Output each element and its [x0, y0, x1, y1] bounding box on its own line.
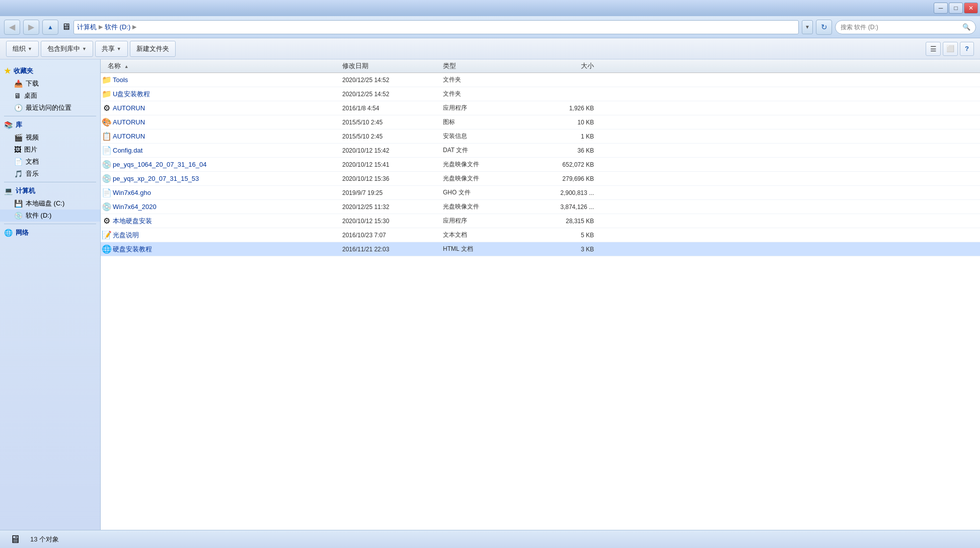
- forward-button[interactable]: ▶: [23, 20, 39, 35]
- column-date[interactable]: 修改日期: [342, 61, 443, 71]
- sidebar-item-music[interactable]: 🎵 音乐: [0, 168, 100, 180]
- sidebar-header-library[interactable]: 📚 库: [0, 118, 100, 131]
- breadcrumb-computer[interactable]: 计算机: [77, 23, 97, 32]
- table-row[interactable]: 💿 pe_yqs_xp_20_07_31_15_53 2020/10/12 15…: [101, 172, 980, 186]
- search-input[interactable]: [841, 24, 959, 31]
- organize-button[interactable]: 组织 ▼: [6, 41, 39, 57]
- computer-nav-icon: 🖥: [61, 22, 70, 32]
- sidebar-item-drive-d-label: 软件 (D:): [26, 211, 51, 220]
- file-name-10: 本地硬盘安装: [113, 217, 342, 226]
- view-details-button[interactable]: ⬜: [943, 42, 958, 56]
- sidebar-header-network[interactable]: 🌐 网络: [0, 226, 100, 239]
- sidebar-item-drive-c[interactable]: 💾 本地磁盘 (C:): [0, 197, 100, 210]
- table-row[interactable]: 💿 Win7x64_2020 2020/12/25 11:32 光盘映像文件 3…: [101, 200, 980, 214]
- file-name-1: U盘安装教程: [113, 90, 342, 99]
- view-toggle-button[interactable]: ☰: [926, 42, 941, 56]
- table-row[interactable]: 💿 pe_yqs_1064_20_07_31_16_04 2020/10/12 …: [101, 158, 980, 172]
- column-name[interactable]: 名称 ▲: [101, 61, 342, 71]
- maximize-button[interactable]: □: [949, 3, 963, 14]
- title-bar: ─ □ ✕: [0, 0, 980, 16]
- table-row[interactable]: 📄 Config.dat 2020/10/12 15:42 DAT 文件 36 …: [101, 144, 980, 158]
- sidebar-section-favorites: ★ 收藏夹 📥 下载 🖥 桌面 🕐 最近访问的位置: [0, 64, 100, 114]
- sidebar-item-desktop[interactable]: 🖥 桌面: [0, 90, 100, 102]
- search-icon[interactable]: 🔍: [962, 23, 970, 31]
- sidebar-divider-2: [4, 182, 96, 182]
- sidebar-item-docs[interactable]: 📄 文档: [0, 156, 100, 168]
- file-size-12: 3 KB: [534, 246, 604, 253]
- back-button[interactable]: ◀: [4, 20, 20, 35]
- file-type-8: GHO 文件: [443, 188, 534, 197]
- file-type-6: 光盘映像文件: [443, 160, 534, 169]
- organize-dropdown-arrow: ▼: [28, 46, 32, 51]
- file-type-0: 文件夹: [443, 76, 534, 84]
- file-date-11: 2016/10/23 7:07: [342, 232, 443, 239]
- recent-icon: 🕐: [14, 104, 23, 112]
- refresh-button[interactable]: ↻: [816, 20, 832, 35]
- table-row[interactable]: 🌐 硬盘安装教程 2016/11/21 22:03 HTML 文档 3 KB: [101, 242, 980, 256]
- file-name-3: AUTORUN: [113, 118, 342, 126]
- window-controls: ─ □ ✕: [934, 3, 978, 14]
- minimize-button[interactable]: ─: [934, 3, 948, 14]
- table-row[interactable]: 📁 Tools 2020/12/25 14:52 文件夹: [101, 73, 980, 87]
- sidebar-item-music-label: 音乐: [26, 169, 39, 178]
- table-row[interactable]: 📁 U盘安装教程 2020/12/25 14:52 文件夹: [101, 87, 980, 101]
- file-icon-2: ⚙: [101, 103, 113, 113]
- file-name-9: Win7x64_2020: [113, 203, 342, 211]
- drive-c-icon: 💾: [14, 199, 23, 208]
- sidebar-item-downloads[interactable]: 📥 下载: [0, 78, 100, 90]
- include-library-button[interactable]: 包含到库中 ▼: [41, 41, 93, 57]
- sidebar-item-recent[interactable]: 🕐 最近访问的位置: [0, 102, 100, 114]
- table-row[interactable]: 📝 光盘说明 2016/10/23 7:07 文本文档 5 KB: [101, 228, 980, 242]
- file-type-10: 应用程序: [443, 217, 534, 225]
- file-type-11: 文本文档: [443, 231, 534, 239]
- file-date-9: 2020/12/25 11:32: [342, 203, 443, 211]
- table-row[interactable]: 📄 Win7x64.gho 2019/9/7 19:25 GHO 文件 2,90…: [101, 186, 980, 200]
- file-type-9: 光盘映像文件: [443, 202, 534, 211]
- file-name-11: 光盘说明: [113, 231, 342, 240]
- table-row[interactable]: 🎨 AUTORUN 2015/5/10 2:45 图标 10 KB: [101, 115, 980, 129]
- toolbar: 组织 ▼ 包含到库中 ▼ 共享 ▼ 新建文件夹 ☰ ⬜ ?: [0, 38, 980, 59]
- file-size-4: 1 KB: [534, 133, 604, 140]
- organize-label: 组织: [13, 44, 26, 53]
- include-library-dropdown-arrow: ▼: [82, 46, 87, 51]
- computer-header-icon: 💻: [4, 187, 13, 195]
- table-row[interactable]: 📋 AUTORUN 2015/5/10 2:45 安装信息 1 KB: [101, 129, 980, 144]
- sidebar-item-drive-c-label: 本地磁盘 (C:): [26, 199, 64, 208]
- sidebar-item-drive-d[interactable]: 💿 软件 (D:): [0, 210, 100, 222]
- help-button[interactable]: ?: [960, 42, 974, 56]
- breadcrumb-drive-d[interactable]: 软件 (D:): [105, 23, 130, 32]
- sidebar-divider-3: [4, 224, 96, 224]
- file-name-0: Tools: [113, 76, 342, 84]
- sidebar: ★ 收藏夹 📥 下载 🖥 桌面 🕐 最近访问的位置 📚 库: [0, 59, 101, 530]
- file-date-12: 2016/11/21 22:03: [342, 246, 443, 253]
- new-folder-button[interactable]: 新建文件夹: [130, 41, 176, 57]
- file-icon-10: ⚙: [101, 216, 113, 226]
- up-button[interactable]: ▲: [42, 20, 58, 35]
- file-date-7: 2020/10/12 15:36: [342, 175, 443, 182]
- sidebar-item-pictures[interactable]: 🖼 图片: [0, 144, 100, 156]
- library-icon: 📚: [4, 121, 13, 129]
- drive-d-icon: 💿: [14, 212, 23, 220]
- sidebar-header-favorites[interactable]: ★ 收藏夹: [0, 64, 100, 78]
- table-row[interactable]: ⚙ AUTORUN 2016/1/8 4:54 应用程序 1,926 KB: [101, 101, 980, 115]
- file-date-6: 2020/10/12 15:41: [342, 161, 443, 168]
- sidebar-header-computer[interactable]: 💻 计算机: [0, 184, 100, 197]
- address-dropdown-button[interactable]: ▼: [802, 20, 813, 34]
- downloads-icon: 📥: [14, 80, 23, 88]
- search-bar: 🔍: [835, 20, 976, 34]
- file-icon-5: 📄: [101, 146, 113, 155]
- share-button[interactable]: 共享 ▼: [95, 41, 128, 57]
- column-size[interactable]: 大小: [534, 61, 604, 71]
- file-name-7: pe_yqs_xp_20_07_31_15_53: [113, 175, 342, 182]
- share-label: 共享: [102, 44, 115, 53]
- file-name-8: Win7x64.gho: [113, 189, 342, 196]
- file-icon-11: 📝: [101, 230, 113, 240]
- file-icon-6: 💿: [101, 160, 113, 169]
- close-button[interactable]: ✕: [964, 3, 978, 14]
- sidebar-item-video[interactable]: 🎬 视频: [0, 131, 100, 144]
- file-icon-12: 🌐: [101, 244, 113, 254]
- sidebar-divider-1: [4, 116, 96, 116]
- breadcrumb-sep-2: ▶: [132, 24, 136, 30]
- table-row[interactable]: ⚙ 本地硬盘安装 2020/10/12 15:30 应用程序 28,315 KB: [101, 214, 980, 228]
- column-type[interactable]: 类型: [443, 61, 534, 71]
